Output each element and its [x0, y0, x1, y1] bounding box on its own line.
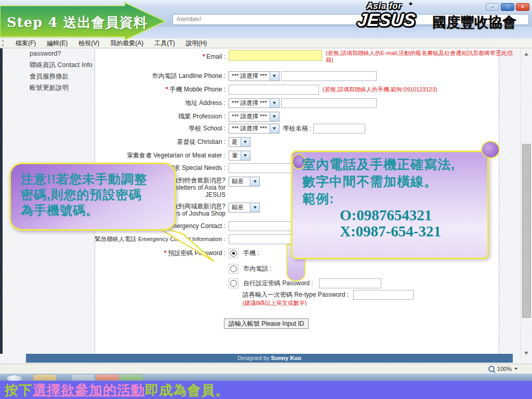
vegetarian-select[interactable]: 葷	[229, 151, 250, 161]
address-input[interactable]	[281, 98, 377, 108]
magnifier-icon	[488, 366, 495, 372]
dropdown-arrow-icon	[270, 99, 279, 108]
email-label: Email :	[206, 53, 225, 61]
emergency-info-label: 緊急聯絡人電話 Emergency Contact Information :	[95, 235, 225, 243]
note-line2: 密碼,則您的預設密碼	[21, 187, 175, 203]
emergency-info-row: 緊急聯絡人電話 Emergency Contact Information :	[99, 234, 319, 244]
format-example-ok: O:0987654321	[302, 207, 455, 223]
school-select-value: *** 請選擇 ***	[229, 125, 270, 132]
address-label: 地址 Address :	[185, 99, 225, 107]
dropdown-arrow-icon	[270, 112, 279, 121]
caption-bar: 按下選擇欲參加的活動即成為會員。	[0, 381, 532, 399]
retype-password-input[interactable]	[353, 290, 414, 300]
sidebar-item-contact-info[interactable]: 聯絡資訊 Contact Info	[30, 61, 92, 69]
scroll-down-icon[interactable]	[521, 348, 531, 357]
caption-link[interactable]: 選擇欲參加的活動	[33, 382, 145, 398]
retype-password-row: 請再輸入一次密碼 Re-type Password :	[243, 290, 414, 300]
christian-select[interactable]: 是	[229, 137, 250, 147]
close-button[interactable]: ×	[516, 3, 529, 11]
required-star: *	[203, 53, 205, 61]
scroll-curl-icon	[481, 141, 500, 158]
scrollbar-thumb[interactable]	[522, 144, 531, 318]
school-name-input[interactable]	[313, 124, 365, 134]
dropdown-arrow-icon	[241, 138, 250, 147]
password-label-row: *預設密碼 Password :	[99, 249, 229, 257]
newsletter1-select[interactable]: 願意	[229, 177, 260, 187]
landline-label: 市內電話 Landline Phone :	[152, 72, 225, 80]
scroll-up-icon[interactable]	[521, 49, 531, 59]
newsletter2-select[interactable]: 願意	[229, 203, 260, 212]
radio-landline-label: 市內電話 :	[243, 264, 272, 273]
landline-area-select[interactable]: *** 請選擇 ***	[229, 71, 280, 81]
please-input-id-button[interactable]: 請輸入帳號 Please Input ID	[224, 318, 309, 329]
dropdown-arrow-icon	[250, 177, 259, 186]
window-controls: – □ ×	[486, 3, 529, 11]
taskbar-app-icon[interactable]	[119, 374, 143, 381]
radio-landline[interactable]	[229, 264, 238, 274]
sidebar-item-password[interactable]: password?	[30, 50, 92, 57]
minimize-button[interactable]: –	[486, 3, 499, 11]
taskbar-app-icon[interactable]	[33, 374, 57, 381]
caption-suffix: 即成為會員。	[145, 382, 229, 398]
school-name-label: 學校名稱 :	[283, 124, 312, 133]
landline-input[interactable]	[281, 71, 377, 81]
dropdown-arrow-icon	[241, 151, 250, 160]
address-select-value: *** 請選擇 ***	[229, 99, 270, 107]
vegetarian-label: 葷素食者 Vegetarian or Meat eater :	[127, 152, 225, 159]
sidebar-item-account-update[interactable]: 帳號更新說明	[30, 84, 92, 91]
profession-row: 職業 Profession : *** 請選擇 ***	[99, 112, 280, 122]
chevron-down-icon	[514, 368, 517, 370]
taskbar-app-icon[interactable]	[96, 374, 119, 381]
school-row: 學校 School : *** 請選擇 *** 學校名稱 :	[99, 124, 365, 134]
radio-mobile[interactable]	[229, 248, 238, 258]
password-hint-note: (建議8碼以上英文或數字)	[243, 299, 307, 307]
logo-main-text: JESUS	[356, 10, 416, 30]
christian-label: 基督徒 Christian :	[177, 138, 225, 146]
dropdown-arrow-icon	[250, 203, 259, 212]
profession-select[interactable]: *** 請選擇 ***	[229, 112, 280, 122]
step-banner: Step 4 送出會員資料	[0, 2, 177, 42]
mobile-input[interactable]	[229, 85, 319, 95]
vertical-scrollbar[interactable]	[521, 48, 531, 358]
note-line3: 為手機號碼。	[21, 203, 175, 218]
newsletter1-select-value: 願意	[229, 178, 250, 185]
password-option-mobile: 手機 :	[229, 248, 259, 258]
dropdown-arrow-icon	[270, 124, 279, 133]
retype-password-label: 請再輸入一次密碼 Re-type Password :	[243, 290, 349, 299]
logo-cjk-text: 國度豐收協會	[432, 13, 516, 32]
school-select[interactable]: *** 請選擇 ***	[229, 124, 280, 134]
star-icon: ✦	[408, 0, 414, 8]
step-banner-text: Step 4 送出會員資料	[7, 14, 148, 32]
radio-custom-password[interactable]	[229, 278, 238, 288]
footer-author: Sonny Kuo	[271, 355, 301, 361]
christian-select-value: 是	[229, 138, 241, 146]
mobile-label: 手機 Mobile Phone :	[170, 86, 225, 94]
required-star: *	[166, 86, 168, 94]
sidebar-item-terms[interactable]: 會員服務條款	[30, 73, 92, 80]
email-note: (若無,請填寫聯絡人的E-mail,活動的報名審核及赴會通知訊息都將寄至此信箱)	[326, 50, 519, 63]
menu-help[interactable]: 說明(H)	[186, 39, 207, 48]
zoom-control[interactable]: 100%	[488, 366, 517, 372]
note-line1: 注意!!若您未手動調整	[21, 171, 175, 187]
password-option-custom: 自行設定密碼 Password :	[229, 278, 381, 288]
vegetarian-row: 葷素食者 Vegetarian or Meat eater : 葷	[99, 151, 250, 161]
mobile-row: *手機 Mobile Phone : (若無,請填寫聯絡人的手機,範例:0910…	[99, 85, 494, 95]
email-input[interactable]	[229, 50, 322, 61]
zoom-level: 100%	[497, 366, 512, 372]
format-line3: 範例:	[302, 190, 455, 207]
restore-button[interactable]: □	[501, 3, 514, 11]
site-footer: Designed by Sonny Kuo	[26, 354, 513, 363]
required-star: *	[164, 249, 167, 257]
phone-format-text: 室內電話及手機正確寫法, 數字中間不需加橫線。 範例: O:0987654321…	[302, 156, 455, 240]
format-line2: 數字中間不需加橫線。	[302, 173, 455, 190]
slide: member/ – □ × 檔案(F) 編輯(E) 檢視(V) 我的最愛(A) …	[0, 0, 532, 399]
custom-password-input[interactable]	[319, 278, 381, 288]
address-area-select[interactable]: *** 請選擇 ***	[229, 98, 280, 108]
landline-select-value: *** 請選擇 ***	[229, 72, 270, 80]
address-row: 地址 Address : *** 請選擇 ***	[99, 98, 377, 108]
taskbar-app-icon[interactable]	[71, 374, 95, 381]
radio-mobile-label: 手機 :	[243, 249, 259, 258]
left-edge-strip	[0, 48, 3, 354]
dropdown-arrow-icon	[270, 72, 279, 81]
browser-status-bar: 100%	[0, 364, 532, 374]
